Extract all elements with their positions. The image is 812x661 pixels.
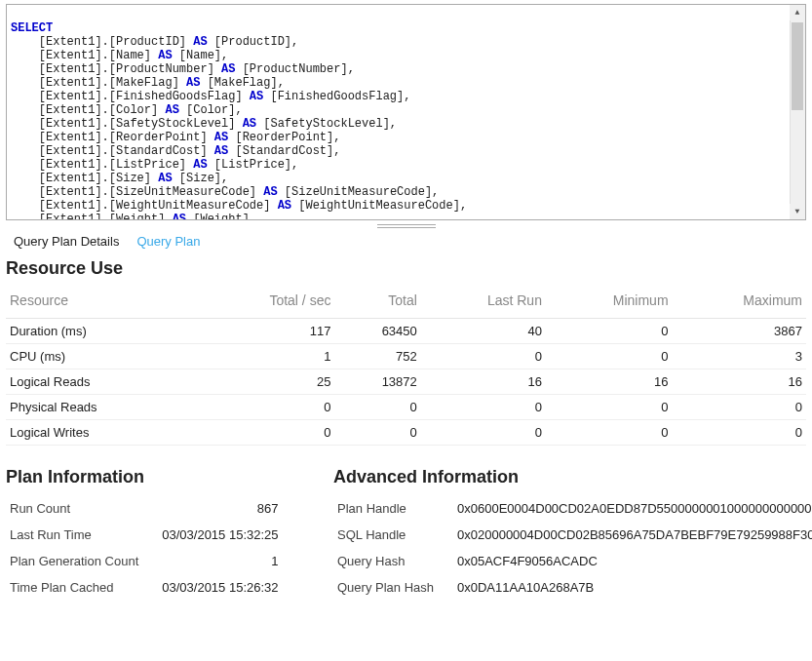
adv-info-key: Query Plan Hash: [333, 574, 453, 601]
table-row: Physical Reads00000: [6, 395, 806, 420]
plan-info-key: Run Count: [6, 495, 158, 522]
sql-keyword-select: SELECT: [11, 21, 53, 35]
resource-use-heading: Resource Use: [6, 258, 806, 279]
resource-cell-total_sec: 0: [196, 420, 334, 446]
plan-info-value: 867: [158, 495, 282, 522]
scroll-thumb[interactable]: [792, 22, 803, 110]
plan-info-value: 03/03/2015 15:32:25: [158, 522, 282, 548]
table-row: Logical Reads2513872161616: [6, 369, 806, 395]
header-resource: Resource: [6, 287, 196, 319]
resource-cell-total: 13872: [334, 369, 420, 395]
plan-info-row: Plan Generation Count1: [6, 548, 283, 574]
adv-info-value: 0x05ACF4F9056ACADC: [453, 548, 812, 574]
resource-cell-min: 0: [546, 395, 673, 420]
resource-cell-total: 0: [334, 395, 420, 420]
plan-info-key: Plan Generation Count: [6, 548, 158, 574]
resource-header-row: Resource Total / sec Total Last Run Mini…: [6, 287, 806, 319]
resource-cell-total_sec: 25: [196, 369, 334, 395]
resource-cell-max: 3867: [673, 319, 806, 344]
resource-cell-name: Physical Reads: [6, 395, 196, 420]
resource-cell-name: Duration (ms): [6, 319, 196, 344]
resource-cell-min: 16: [546, 369, 673, 395]
header-minimum: Minimum: [546, 287, 673, 319]
adv-info-row: Query Hash0x05ACF4F9056ACADC: [333, 548, 812, 574]
resource-cell-max: 16: [673, 369, 806, 395]
scroll-up-icon[interactable]: ▲: [790, 5, 805, 20]
adv-info-row: Query Plan Hash0x0DA11AA10A268A7B: [333, 574, 812, 601]
adv-info-key: Query Hash: [333, 548, 453, 574]
resource-cell-last_run: 0: [421, 420, 546, 446]
resource-cell-total: 0: [334, 420, 420, 446]
splitter-grip-icon: [377, 224, 436, 228]
adv-info-row: Plan Handle0x0600E0004D00CD02A0EDD87D550…: [333, 495, 812, 522]
plan-info-value: 03/03/2015 15:26:32: [158, 574, 282, 601]
resource-cell-total_sec: 1: [196, 344, 334, 369]
table-row: Logical Writes00000: [6, 420, 806, 446]
tab-query-plan[interactable]: Query Plan: [136, 234, 200, 249]
resource-cell-total: 63450: [334, 319, 420, 344]
header-maximum: Maximum: [673, 287, 806, 319]
resource-cell-max: 3: [673, 344, 806, 369]
header-total: Total: [334, 287, 420, 319]
plan-info-table: Run Count867Last Run Time03/03/2015 15:3…: [6, 495, 283, 601]
header-total-sec: Total / sec: [196, 287, 334, 319]
adv-info-key: Plan Handle: [333, 495, 453, 522]
plan-info-key: Last Run Time: [6, 522, 158, 548]
plan-info-heading: Plan Information: [6, 467, 298, 487]
resource-cell-min: 0: [546, 344, 673, 369]
header-last-run: Last Run: [421, 287, 546, 319]
splitter[interactable]: [6, 220, 806, 232]
resource-cell-last_run: 0: [421, 395, 546, 420]
resource-cell-last_run: 0: [421, 344, 546, 369]
sql-lines: [Extent1].[ProductID] AS [ProductID], [E…: [11, 35, 801, 220]
resource-cell-max: 0: [673, 395, 806, 420]
resource-cell-total: 752: [334, 344, 420, 369]
resource-cell-max: 0: [673, 420, 806, 446]
code-scrollbar[interactable]: ▲ ▼: [790, 5, 805, 219]
resource-cell-last_run: 40: [421, 319, 546, 344]
tab-bar: Query Plan Details Query Plan: [6, 232, 806, 254]
plan-info-key: Time Plan Cached: [6, 574, 158, 601]
adv-info-row: SQL Handle0x020000004D00CD02B85696A75DA7…: [333, 522, 812, 548]
resource-cell-name: CPU (ms): [6, 344, 196, 369]
resource-cell-min: 0: [546, 420, 673, 446]
sql-code-box[interactable]: SELECT [Extent1].[ProductID] AS [Product…: [6, 4, 806, 220]
table-row: Duration (ms)117634504003867: [6, 319, 806, 344]
resource-cell-last_run: 16: [421, 369, 546, 395]
plan-info-row: Run Count867: [6, 495, 283, 522]
adv-info-value: 0x0DA11AA10A268A7B: [453, 574, 812, 601]
table-row: CPU (ms)1752003: [6, 344, 806, 369]
plan-info-row: Last Run Time03/03/2015 15:32:25: [6, 522, 283, 548]
resource-cell-min: 0: [546, 319, 673, 344]
resource-cell-total_sec: 0: [196, 395, 334, 420]
advanced-info-heading: Advanced Information: [333, 467, 812, 487]
plan-info-row: Time Plan Cached03/03/2015 15:26:32: [6, 574, 283, 601]
resource-cell-name: Logical Writes: [6, 420, 196, 446]
resource-cell-name: Logical Reads: [6, 369, 196, 395]
resource-cell-total_sec: 117: [196, 319, 334, 344]
advanced-info-table: Plan Handle0x0600E0004D00CD02A0EDD87D550…: [333, 495, 812, 601]
scroll-down-icon[interactable]: ▼: [790, 204, 805, 219]
resource-table: Resource Total / sec Total Last Run Mini…: [6, 287, 806, 446]
adv-info-value: 0x0600E0004D00CD02A0EDD87D55000000010000…: [453, 495, 812, 522]
adv-info-value: 0x020000004D00CD02B85696A75DA7BEBF79E792…: [453, 522, 812, 548]
tab-query-plan-details[interactable]: Query Plan Details: [14, 234, 119, 249]
plan-info-value: 1: [158, 548, 282, 574]
adv-info-key: SQL Handle: [333, 522, 453, 548]
